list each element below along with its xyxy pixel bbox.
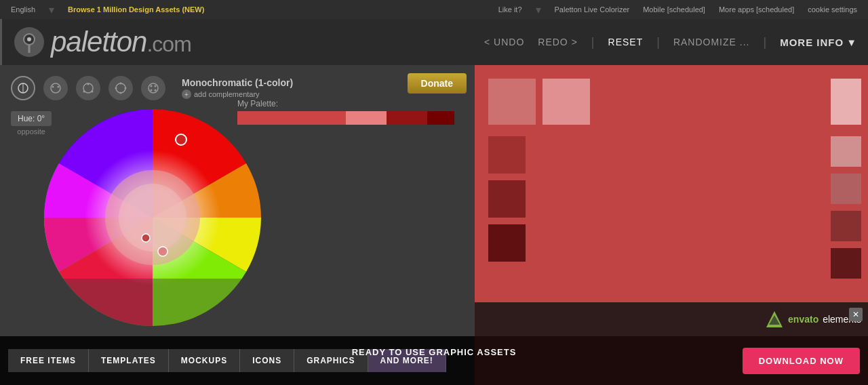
banner-ready-text: READY TO USE GRAPHIC ASSETS (352, 347, 517, 357)
swatch-right1[interactable] (831, 136, 861, 167)
svg-point-17 (120, 92, 122, 94)
adjacent-mode-icon[interactable] (43, 76, 68, 100)
swatch-light3[interactable] (831, 79, 861, 125)
undo-button[interactable]: < UNDO (484, 37, 524, 47)
hue-selector[interactable] (176, 134, 186, 145)
icons-button[interactable]: ICONS (240, 349, 294, 372)
svg-point-19 (149, 83, 158, 93)
free-mode-icon[interactable] (141, 76, 165, 100)
svg-rect-27 (37, 279, 268, 333)
free-items-button[interactable]: FREE ITEMS (8, 349, 89, 372)
svg-point-7 (51, 83, 60, 93)
palette-segment-4[interactable] (427, 111, 454, 125)
cookie-link[interactable]: cookie settings (808, 5, 857, 14)
svg-point-14 (116, 83, 125, 93)
logo-text: paletton.com (51, 26, 191, 58)
more-info-button[interactable]: MORE INFO ▼ (780, 37, 857, 48)
add-complementary-button[interactable]: + add complementary (182, 89, 293, 99)
envato-text: envato (788, 314, 818, 325)
swatch-right3[interactable] (831, 211, 861, 241)
color-wheel-container[interactable] (37, 102, 268, 333)
palette-segment-3[interactable] (387, 111, 427, 125)
likeit-link[interactable]: Like it? (498, 5, 522, 14)
saturation-selector2[interactable] (142, 234, 150, 242)
tetrad-mode-icon[interactable] (108, 76, 133, 100)
svg-point-26 (119, 184, 186, 251)
palette-bar (237, 111, 454, 125)
logo-icon (13, 26, 45, 58)
add-icon: + (182, 89, 191, 99)
mobile-link[interactable]: Mobile [scheduled] (643, 5, 705, 14)
my-palette-area: My Palette: (237, 99, 454, 125)
color-wheel-svg[interactable] (37, 102, 268, 333)
top-navigation: English ▾ Browse 1 Million Design Assets… (0, 0, 868, 19)
mono-mode-icon[interactable] (11, 76, 35, 100)
swatch-right4[interactable] (831, 248, 861, 279)
svg-point-15 (120, 83, 122, 85)
swatch-dark2[interactable] (488, 224, 526, 262)
mode-name-label: Monochromatic (1-color) (182, 77, 293, 88)
templates-button[interactable]: TEMPLATES (89, 349, 169, 372)
palette-segment-2[interactable] (346, 111, 387, 125)
saturation-selector[interactable] (158, 247, 167, 256)
swatch-light2[interactable] (542, 79, 590, 125)
envato-bar: envato elements ✕ (475, 302, 868, 336)
svg-point-12 (83, 91, 85, 93)
bottom-banner: FREE ITEMS TEMPLATES MOCKUPS ICONS GRAPH… (0, 336, 868, 385)
donate-button[interactable]: Donate (408, 73, 467, 94)
redo-button[interactable]: REDO > (538, 37, 578, 47)
triad-mode-icon[interactable] (76, 76, 100, 100)
mode-info: Monochromatic (1-color) + add complement… (182, 77, 293, 99)
swatch-light1[interactable] (488, 79, 536, 125)
svg-point-21 (155, 89, 157, 92)
svg-point-8 (52, 86, 54, 88)
svg-point-11 (87, 83, 90, 85)
svg-point-22 (155, 85, 157, 87)
language-selector[interactable]: English (11, 5, 35, 14)
colorizer-link[interactable]: Paletton Live Colorizer (555, 5, 630, 14)
mode-icons: Monochromatic (1-color) + add complement… (11, 76, 464, 100)
randomize-button[interactable]: RANDOMIZE ... (673, 37, 750, 47)
swatch-mid1[interactable] (488, 136, 526, 174)
svg-point-13 (92, 91, 94, 93)
envato-logo-area: envato elements (765, 310, 861, 329)
close-button[interactable]: ✕ (849, 308, 863, 321)
swatch-right2[interactable] (831, 174, 861, 204)
logo-area: paletton.com (13, 26, 191, 58)
download-now-button[interactable]: DOWNLOAD NOW (743, 348, 860, 374)
swatch-dark1[interactable] (488, 180, 526, 218)
moreapps-link[interactable]: More apps [scheduled] (719, 5, 794, 14)
my-palette-label: My Palette: (237, 99, 454, 108)
mockups-button[interactable]: MOCKUPS (169, 349, 240, 372)
svg-point-18 (115, 87, 117, 89)
envato-icon (765, 310, 784, 329)
svg-point-2 (27, 37, 31, 41)
reset-button[interactable]: RESET (608, 37, 644, 47)
header-actions: < UNDO REDO > | RESET | RANDOMIZE ... | … (484, 35, 857, 49)
main-header: paletton.com < UNDO REDO > | RESET | RAN… (0, 19, 868, 65)
browse-link[interactable]: Browse 1 Million Design Assets (NEW) (68, 5, 204, 14)
svg-point-23 (151, 89, 153, 92)
svg-point-9 (58, 86, 60, 88)
svg-point-16 (125, 87, 127, 89)
svg-point-20 (151, 85, 153, 87)
